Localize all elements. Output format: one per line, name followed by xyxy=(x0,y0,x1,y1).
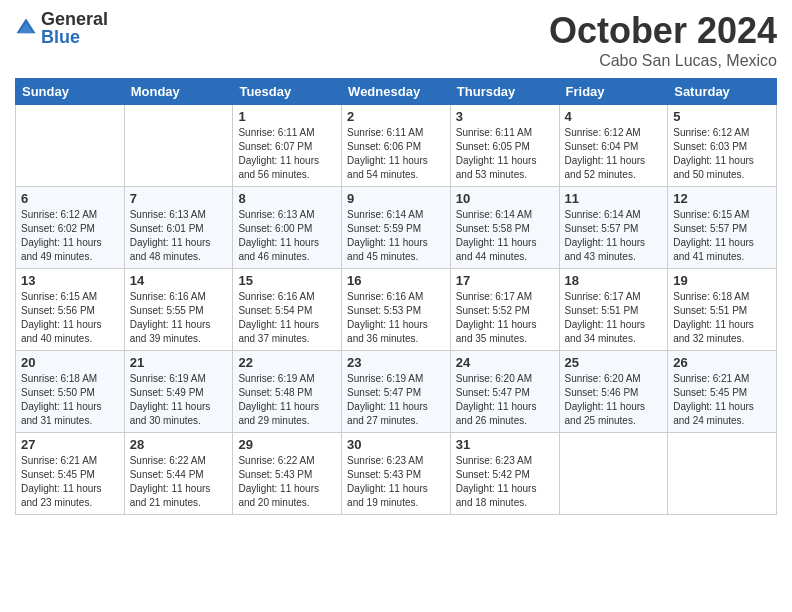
calendar-cell: 16Sunrise: 6:16 AM Sunset: 5:53 PM Dayli… xyxy=(342,269,451,351)
day-info: Sunrise: 6:13 AM Sunset: 6:01 PM Dayligh… xyxy=(130,208,228,264)
calendar-cell: 17Sunrise: 6:17 AM Sunset: 5:52 PM Dayli… xyxy=(450,269,559,351)
day-number: 21 xyxy=(130,355,228,370)
day-info: Sunrise: 6:11 AM Sunset: 6:05 PM Dayligh… xyxy=(456,126,554,182)
calendar-cell: 13Sunrise: 6:15 AM Sunset: 5:56 PM Dayli… xyxy=(16,269,125,351)
day-number: 27 xyxy=(21,437,119,452)
day-info: Sunrise: 6:19 AM Sunset: 5:49 PM Dayligh… xyxy=(130,372,228,428)
day-info: Sunrise: 6:12 AM Sunset: 6:02 PM Dayligh… xyxy=(21,208,119,264)
calendar-cell: 18Sunrise: 6:17 AM Sunset: 5:51 PM Dayli… xyxy=(559,269,668,351)
day-number: 5 xyxy=(673,109,771,124)
day-info: Sunrise: 6:11 AM Sunset: 6:07 PM Dayligh… xyxy=(238,126,336,182)
calendar-cell: 8Sunrise: 6:13 AM Sunset: 6:00 PM Daylig… xyxy=(233,187,342,269)
calendar-cell: 14Sunrise: 6:16 AM Sunset: 5:55 PM Dayli… xyxy=(124,269,233,351)
calendar-cell: 24Sunrise: 6:20 AM Sunset: 5:47 PM Dayli… xyxy=(450,351,559,433)
calendar-cell: 30Sunrise: 6:23 AM Sunset: 5:43 PM Dayli… xyxy=(342,433,451,515)
day-number: 18 xyxy=(565,273,663,288)
month-title: October 2024 xyxy=(549,10,777,52)
title-area: October 2024 Cabo San Lucas, Mexico xyxy=(549,10,777,70)
logo-blue: Blue xyxy=(41,28,108,46)
day-number: 9 xyxy=(347,191,445,206)
day-number: 31 xyxy=(456,437,554,452)
day-number: 11 xyxy=(565,191,663,206)
day-number: 10 xyxy=(456,191,554,206)
page-header: General Blue October 2024 Cabo San Lucas… xyxy=(15,10,777,70)
calendar-week-4: 20Sunrise: 6:18 AM Sunset: 5:50 PM Dayli… xyxy=(16,351,777,433)
day-number: 3 xyxy=(456,109,554,124)
day-number: 2 xyxy=(347,109,445,124)
day-info: Sunrise: 6:20 AM Sunset: 5:46 PM Dayligh… xyxy=(565,372,663,428)
day-info: Sunrise: 6:14 AM Sunset: 5:59 PM Dayligh… xyxy=(347,208,445,264)
calendar-cell: 2Sunrise: 6:11 AM Sunset: 6:06 PM Daylig… xyxy=(342,105,451,187)
day-number: 25 xyxy=(565,355,663,370)
calendar-cell: 11Sunrise: 6:14 AM Sunset: 5:57 PM Dayli… xyxy=(559,187,668,269)
day-number: 20 xyxy=(21,355,119,370)
day-number: 24 xyxy=(456,355,554,370)
day-number: 6 xyxy=(21,191,119,206)
day-number: 15 xyxy=(238,273,336,288)
calendar-cell: 12Sunrise: 6:15 AM Sunset: 5:57 PM Dayli… xyxy=(668,187,777,269)
calendar-cell: 9Sunrise: 6:14 AM Sunset: 5:59 PM Daylig… xyxy=(342,187,451,269)
calendar-cell: 20Sunrise: 6:18 AM Sunset: 5:50 PM Dayli… xyxy=(16,351,125,433)
day-info: Sunrise: 6:23 AM Sunset: 5:42 PM Dayligh… xyxy=(456,454,554,510)
day-number: 16 xyxy=(347,273,445,288)
day-info: Sunrise: 6:23 AM Sunset: 5:43 PM Dayligh… xyxy=(347,454,445,510)
day-info: Sunrise: 6:12 AM Sunset: 6:03 PM Dayligh… xyxy=(673,126,771,182)
calendar-cell: 4Sunrise: 6:12 AM Sunset: 6:04 PM Daylig… xyxy=(559,105,668,187)
calendar-cell: 1Sunrise: 6:11 AM Sunset: 6:07 PM Daylig… xyxy=(233,105,342,187)
calendar-cell xyxy=(668,433,777,515)
calendar-cell: 31Sunrise: 6:23 AM Sunset: 5:42 PM Dayli… xyxy=(450,433,559,515)
calendar-cell: 25Sunrise: 6:20 AM Sunset: 5:46 PM Dayli… xyxy=(559,351,668,433)
day-number: 12 xyxy=(673,191,771,206)
calendar-cell: 5Sunrise: 6:12 AM Sunset: 6:03 PM Daylig… xyxy=(668,105,777,187)
day-info: Sunrise: 6:19 AM Sunset: 5:48 PM Dayligh… xyxy=(238,372,336,428)
day-number: 14 xyxy=(130,273,228,288)
logo-general: General xyxy=(41,10,108,28)
calendar-cell: 19Sunrise: 6:18 AM Sunset: 5:51 PM Dayli… xyxy=(668,269,777,351)
calendar-cell: 29Sunrise: 6:22 AM Sunset: 5:43 PM Dayli… xyxy=(233,433,342,515)
day-number: 23 xyxy=(347,355,445,370)
day-info: Sunrise: 6:15 AM Sunset: 5:57 PM Dayligh… xyxy=(673,208,771,264)
day-info: Sunrise: 6:15 AM Sunset: 5:56 PM Dayligh… xyxy=(21,290,119,346)
calendar-week-1: 1Sunrise: 6:11 AM Sunset: 6:07 PM Daylig… xyxy=(16,105,777,187)
calendar-cell: 23Sunrise: 6:19 AM Sunset: 5:47 PM Dayli… xyxy=(342,351,451,433)
day-info: Sunrise: 6:18 AM Sunset: 5:50 PM Dayligh… xyxy=(21,372,119,428)
calendar-cell xyxy=(124,105,233,187)
day-info: Sunrise: 6:16 AM Sunset: 5:54 PM Dayligh… xyxy=(238,290,336,346)
calendar-cell: 7Sunrise: 6:13 AM Sunset: 6:01 PM Daylig… xyxy=(124,187,233,269)
calendar-header-row: SundayMondayTuesdayWednesdayThursdayFrid… xyxy=(16,79,777,105)
header-saturday: Saturday xyxy=(668,79,777,105)
day-info: Sunrise: 6:14 AM Sunset: 5:58 PM Dayligh… xyxy=(456,208,554,264)
calendar-cell xyxy=(559,433,668,515)
day-number: 29 xyxy=(238,437,336,452)
logo: General Blue xyxy=(15,10,108,46)
day-number: 1 xyxy=(238,109,336,124)
header-friday: Friday xyxy=(559,79,668,105)
day-info: Sunrise: 6:13 AM Sunset: 6:00 PM Dayligh… xyxy=(238,208,336,264)
calendar-cell: 28Sunrise: 6:22 AM Sunset: 5:44 PM Dayli… xyxy=(124,433,233,515)
location: Cabo San Lucas, Mexico xyxy=(549,52,777,70)
calendar-table: SundayMondayTuesdayWednesdayThursdayFrid… xyxy=(15,78,777,515)
header-wednesday: Wednesday xyxy=(342,79,451,105)
day-number: 30 xyxy=(347,437,445,452)
day-number: 26 xyxy=(673,355,771,370)
day-info: Sunrise: 6:12 AM Sunset: 6:04 PM Dayligh… xyxy=(565,126,663,182)
header-tuesday: Tuesday xyxy=(233,79,342,105)
calendar-cell: 27Sunrise: 6:21 AM Sunset: 5:45 PM Dayli… xyxy=(16,433,125,515)
day-info: Sunrise: 6:22 AM Sunset: 5:43 PM Dayligh… xyxy=(238,454,336,510)
day-number: 19 xyxy=(673,273,771,288)
day-info: Sunrise: 6:17 AM Sunset: 5:52 PM Dayligh… xyxy=(456,290,554,346)
day-number: 22 xyxy=(238,355,336,370)
day-info: Sunrise: 6:17 AM Sunset: 5:51 PM Dayligh… xyxy=(565,290,663,346)
day-info: Sunrise: 6:18 AM Sunset: 5:51 PM Dayligh… xyxy=(673,290,771,346)
day-info: Sunrise: 6:14 AM Sunset: 5:57 PM Dayligh… xyxy=(565,208,663,264)
header-monday: Monday xyxy=(124,79,233,105)
calendar-week-2: 6Sunrise: 6:12 AM Sunset: 6:02 PM Daylig… xyxy=(16,187,777,269)
calendar-cell xyxy=(16,105,125,187)
calendar-cell: 6Sunrise: 6:12 AM Sunset: 6:02 PM Daylig… xyxy=(16,187,125,269)
day-number: 17 xyxy=(456,273,554,288)
calendar-cell: 21Sunrise: 6:19 AM Sunset: 5:49 PM Dayli… xyxy=(124,351,233,433)
logo-text: General Blue xyxy=(41,10,108,46)
day-number: 28 xyxy=(130,437,228,452)
day-info: Sunrise: 6:21 AM Sunset: 5:45 PM Dayligh… xyxy=(673,372,771,428)
calendar-cell: 3Sunrise: 6:11 AM Sunset: 6:05 PM Daylig… xyxy=(450,105,559,187)
